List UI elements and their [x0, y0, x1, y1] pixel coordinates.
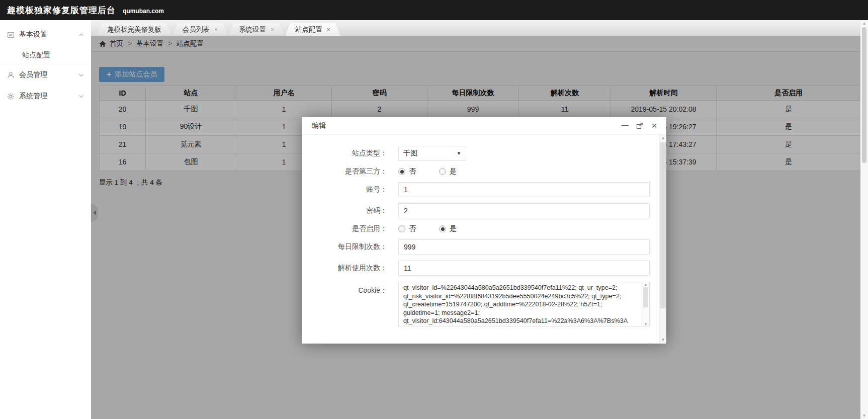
chevron-up-icon: [78, 33, 84, 37]
edit-dialog-title: 编辑: [312, 121, 326, 130]
edit-dialog: 编辑 — × 站点类型： 千图 ▼: [302, 117, 666, 344]
radio-icon[interactable]: [439, 168, 446, 175]
page-scrollbar-thumb[interactable]: [862, 27, 866, 163]
tab-close-icon[interactable]: ×: [327, 27, 330, 33]
edit-dialog-header: 编辑 — ×: [302, 117, 666, 135]
radio-icon[interactable]: [398, 168, 405, 175]
cookie-scrollbar-thumb[interactable]: [643, 287, 648, 307]
tabstrip: 趣模板完美修复版会员列表×系统设置×站点配置×: [91, 20, 868, 36]
dialog-controls: — ×: [621, 122, 658, 130]
tab-2[interactable]: 系统设置×: [229, 23, 284, 36]
tab-0[interactable]: 趣模板完美修复版: [97, 23, 171, 36]
sidebar-item-1[interactable]: 会员管理: [0, 64, 91, 86]
third-party-radio-group: 否是: [398, 167, 480, 176]
third-party-label: 是否第三方：: [302, 167, 387, 176]
minimize-button[interactable]: —: [621, 121, 629, 129]
page-scrollbar[interactable]: ▲ ▼: [860, 20, 868, 419]
site-type-value: 千图: [403, 149, 417, 158]
cookie-textarea[interactable]: qt_visitor_id=%22643044a580a5a2651bd3395…: [398, 282, 650, 327]
sidebar-item-0[interactable]: 基本设置: [0, 24, 91, 45]
tab-label: 趣模板完美修复版: [107, 25, 161, 34]
page: 趣模板独家修复版管理后台 qumuban.com 基本设置站点配置会员管理系统管…: [0, 0, 868, 419]
site-type-label: 站点类型：: [302, 149, 387, 158]
enabled-radio-是[interactable]: 是: [439, 224, 457, 233]
radio-label: 是: [450, 167, 457, 176]
enabled-radio-否[interactable]: 否: [398, 224, 416, 233]
cookie-scrollbar[interactable]: ▲ ▼: [642, 282, 649, 326]
scroll-up-icon[interactable]: ▲: [644, 283, 648, 286]
sidebar-item-label: 系统管理: [19, 92, 47, 101]
sidebar-item-2[interactable]: 系统管理: [0, 86, 91, 107]
daily-limit-label: 每日限制次数：: [302, 242, 387, 252]
sidebar-item-label: 基本设置: [19, 30, 47, 39]
dialog-scrollbar[interactable]: ▲ ▼: [659, 135, 666, 343]
radio-icon[interactable]: [439, 225, 446, 232]
site-type-select[interactable]: 千图 ▼: [398, 146, 466, 161]
form-icon: [7, 31, 15, 39]
scroll-down-icon[interactable]: ▼: [661, 338, 665, 342]
app-domain: qumuban.com: [123, 8, 164, 15]
radio-label: 否: [409, 167, 416, 176]
tab-label: 会员列表: [183, 25, 210, 34]
cookie-label: Cookie：: [302, 286, 387, 295]
enabled-radio-group: 否是: [398, 224, 480, 233]
close-icon: ×: [652, 121, 657, 130]
caret-down-icon: ▼: [457, 151, 461, 156]
third-party-radio-是[interactable]: 是: [439, 167, 457, 176]
daily-limit-input[interactable]: [398, 239, 650, 255]
sidebar: 基本设置站点配置会员管理系统管理: [0, 20, 91, 419]
dialog-scrollbar-thumb[interactable]: [660, 142, 666, 308]
tab-1[interactable]: 会员列表×: [172, 23, 228, 36]
used-count-label: 解析使用次数：: [302, 264, 387, 273]
tab-label: 系统设置: [239, 25, 266, 34]
chevron-down-icon: [78, 95, 84, 98]
edit-dialog-body: 站点类型： 千图 ▼ 是否第三方： 否是 账号： 密码：: [302, 135, 666, 343]
password-input[interactable]: [398, 203, 650, 218]
tab-close-icon[interactable]: ×: [271, 27, 274, 33]
radio-label: 是: [450, 224, 457, 233]
tab-3[interactable]: 站点配置×: [285, 23, 340, 36]
scroll-up-icon[interactable]: ▲: [862, 21, 866, 26]
chevron-down-icon: [78, 73, 84, 77]
sidebar-subitem[interactable]: 站点配置: [0, 45, 91, 64]
maximize-icon: [636, 122, 643, 129]
topbar: 趣模板独家修复版管理后台 qumuban.com: [0, 0, 868, 20]
scroll-down-icon[interactable]: ▼: [644, 322, 648, 326]
password-label: 密码：: [302, 206, 387, 215]
tab-label: 站点配置: [295, 25, 322, 34]
sidebar-item-label: 会员管理: [19, 70, 47, 79]
account-label: 账号：: [302, 185, 387, 194]
tab-close-icon[interactable]: ×: [214, 27, 218, 33]
scroll-up-icon[interactable]: ▲: [661, 136, 665, 140]
radio-icon[interactable]: [398, 225, 405, 232]
used-count-input[interactable]: [398, 261, 650, 276]
maximize-button[interactable]: [636, 122, 644, 130]
close-button[interactable]: ×: [650, 122, 658, 130]
account-input[interactable]: [398, 182, 650, 197]
radio-label: 否: [409, 224, 416, 233]
enabled-label: 是否启用：: [302, 224, 387, 233]
gear-icon: [7, 93, 15, 100]
third-party-radio-否[interactable]: 否: [398, 167, 416, 176]
user-icon: [7, 71, 15, 79]
app-title: 趣模板独家修复版管理后台: [7, 5, 116, 16]
scroll-down-icon[interactable]: ▼: [862, 413, 866, 418]
